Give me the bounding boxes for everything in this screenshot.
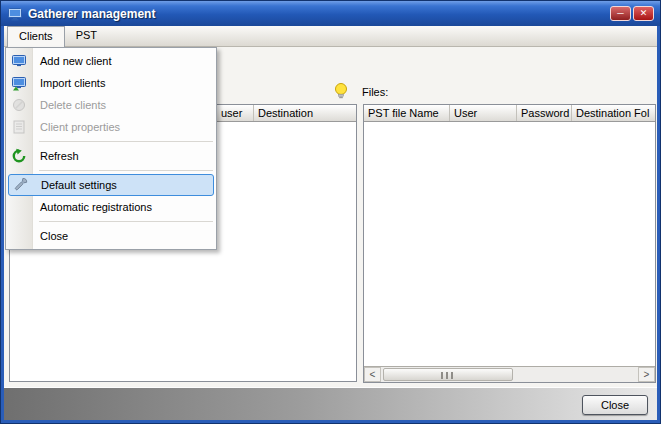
menu-item-label: Close — [40, 225, 68, 247]
menubar-item-clients[interactable]: Clients — [7, 26, 65, 47]
app-icon — [7, 6, 23, 22]
clients-column-destination[interactable]: Destination — [254, 105, 356, 122]
footer-bar: Close — [4, 387, 657, 420]
files-column-password[interactable]: Password — [517, 105, 572, 122]
menu-item-client-properties: Client properties — [6, 116, 216, 138]
menu-item-import-clients[interactable]: Import clients — [6, 72, 216, 94]
import-clients-icon — [11, 75, 27, 91]
minimize-button[interactable]: ─ — [610, 6, 631, 21]
titlebar[interactable]: Gatherer management ─ ✕ — [1, 1, 660, 26]
files-horizontal-scrollbar[interactable]: < > — [364, 366, 655, 382]
refresh-icon — [11, 148, 27, 164]
menu-item-label: Client properties — [40, 116, 120, 138]
menu-item-label: Import clients — [40, 72, 105, 94]
menu-item-label: Automatic registrations — [40, 196, 152, 218]
delete-clients-icon — [11, 97, 27, 113]
menu-separator — [6, 218, 216, 225]
menu-item-refresh[interactable]: Refresh — [6, 145, 216, 167]
gatherer-management-window: Gatherer management ─ ✕ Clients PST File… — [0, 0, 661, 424]
menu-item-close[interactable]: Close — [6, 225, 216, 247]
close-button[interactable]: Close — [582, 395, 648, 415]
client-properties-icon — [11, 119, 27, 135]
window-body: Clients PST Files: user Destination PST … — [4, 26, 657, 420]
menu-item-add-new-client[interactable]: Add new client — [6, 50, 216, 72]
lightbulb-icon — [333, 82, 349, 101]
menu-separator — [6, 167, 216, 174]
scroll-left-button[interactable]: < — [364, 367, 381, 382]
files-column-user[interactable]: User — [450, 105, 517, 122]
add-client-icon — [11, 53, 27, 69]
menubar-item-pst[interactable]: PST — [65, 26, 108, 47]
clients-menu-dropdown: Add new client Import clients Delete cli… — [5, 47, 217, 250]
scroll-right-button[interactable]: > — [638, 367, 655, 382]
menu-item-delete-clients: Delete clients — [6, 94, 216, 116]
files-column-pst-file-name[interactable]: PST file Name — [364, 105, 450, 122]
menu-item-default-settings[interactable]: Default settings — [8, 174, 214, 196]
menu-item-label: Delete clients — [40, 94, 106, 116]
files-label: Files: — [362, 86, 388, 98]
scrollbar-thumb[interactable] — [383, 368, 513, 381]
files-table-header: PST file Name User Password Destination … — [364, 105, 655, 122]
menu-item-automatic-registrations[interactable]: Automatic registrations — [6, 196, 216, 218]
menu-item-label: Default settings — [41, 175, 117, 195]
close-window-button[interactable]: ✕ — [633, 6, 654, 21]
menubar: Clients PST — [4, 26, 657, 47]
menu-item-label: Refresh — [40, 145, 79, 167]
menu-separator — [6, 138, 216, 145]
clients-column-user[interactable]: user — [217, 105, 254, 122]
menu-item-label: Add new client — [40, 50, 112, 72]
window-title: Gatherer management — [28, 7, 610, 21]
scrollbar-grip-icon — [441, 372, 455, 379]
wrench-icon — [12, 177, 28, 193]
files-table-panel: PST file Name User Password Destination … — [363, 104, 656, 383]
files-column-destination-folder[interactable]: Destination Fol — [572, 105, 655, 122]
